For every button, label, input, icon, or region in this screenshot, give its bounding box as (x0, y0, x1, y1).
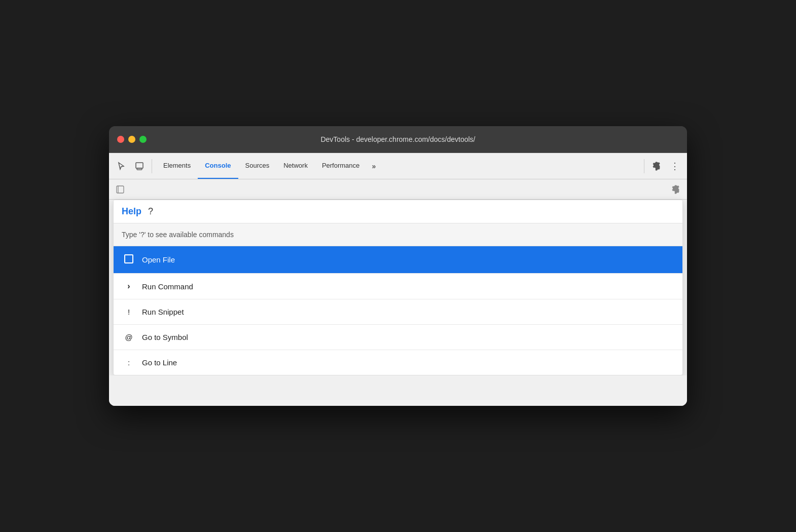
maximize-button[interactable] (139, 136, 147, 143)
command-palette-header: Help ? (114, 200, 682, 223)
command-item-go-to-line[interactable]: : Go to Line (114, 350, 682, 375)
svg-rect-0 (136, 163, 143, 168)
go-to-symbol-label: Go to Symbol (142, 333, 188, 341)
run-snippet-icon: ! (124, 308, 134, 316)
command-hint: Type '?' to see available commands (114, 223, 682, 246)
tab-performance[interactable]: Performance (315, 153, 367, 179)
main-toolbar: Elements Console Sources Network Perform… (109, 153, 687, 179)
run-command-icon: › (124, 282, 134, 291)
titlebar: DevTools - developer.chrome.com/docs/dev… (109, 126, 687, 153)
expand-icon[interactable] (113, 182, 127, 197)
toolbar-right: ⋮ (642, 158, 683, 174)
go-to-line-icon: : (124, 358, 134, 367)
bottom-area (109, 375, 687, 406)
toolbar-separator (152, 159, 152, 173)
command-palette: Help ? Type '?' to see available command… (113, 200, 683, 375)
more-options-button[interactable]: ⋮ (667, 158, 683, 174)
tab-sources[interactable]: Sources (238, 153, 277, 179)
secondary-gear-icon[interactable] (669, 182, 683, 197)
command-item-go-to-symbol[interactable]: @ Go to Symbol (114, 325, 682, 350)
open-file-label: Open File (142, 255, 175, 264)
toolbar-right-separator (644, 159, 644, 173)
secondary-toolbar (109, 179, 687, 200)
settings-icon[interactable] (648, 158, 665, 174)
devtools-body: Elements Console Sources Network Perform… (109, 153, 687, 406)
tab-elements[interactable]: Elements (156, 153, 198, 179)
svg-rect-1 (137, 168, 142, 170)
command-item-run-snippet[interactable]: ! Run Snippet (114, 299, 682, 325)
layers-icon[interactable] (131, 158, 148, 174)
close-button[interactable] (117, 136, 124, 143)
run-snippet-label: Run Snippet (142, 308, 184, 316)
minimize-button[interactable] (128, 136, 135, 143)
command-palette-input[interactable]: ? (148, 206, 674, 217)
command-item-run-command[interactable]: › Run Command (114, 274, 682, 299)
command-palette-space (143, 206, 146, 217)
command-item-open-file[interactable]: Open File (114, 246, 682, 274)
go-to-line-label: Go to Line (142, 358, 177, 367)
command-palette-label: Help (122, 206, 141, 217)
go-to-symbol-icon: @ (124, 333, 134, 341)
devtools-window: DevTools - developer.chrome.com/docs/dev… (109, 126, 687, 406)
tab-network[interactable]: Network (276, 153, 315, 179)
traffic-lights (117, 136, 147, 143)
open-file-icon (124, 254, 134, 265)
cursor-icon[interactable] (113, 158, 129, 174)
svg-rect-2 (117, 186, 124, 193)
run-command-label: Run Command (142, 282, 193, 291)
more-tabs-button[interactable]: » (367, 159, 381, 173)
tab-list: Elements Console Sources Network Perform… (156, 153, 640, 179)
tab-console[interactable]: Console (198, 153, 238, 179)
window-title: DevTools - developer.chrome.com/docs/dev… (320, 135, 475, 143)
